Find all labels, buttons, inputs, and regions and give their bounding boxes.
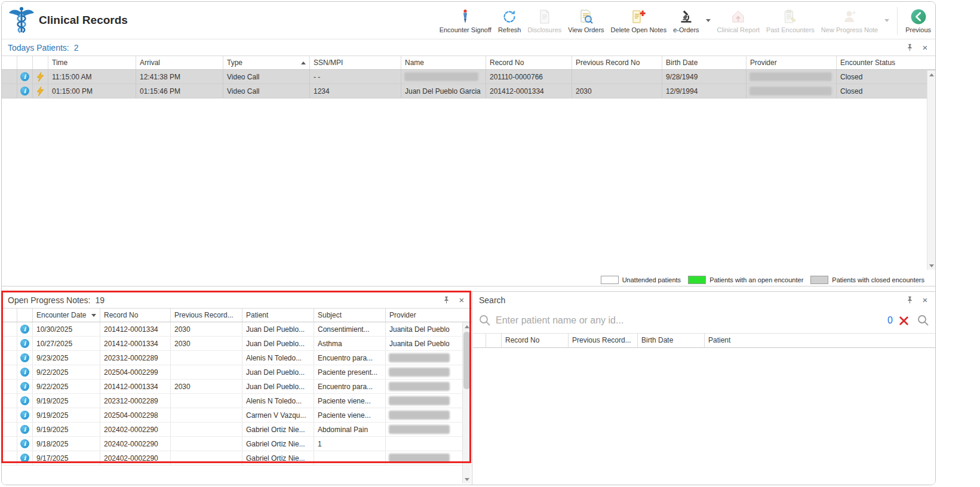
priority-bolt-icon [36,72,44,82]
patient-info-icon[interactable] [20,87,29,95]
e-orders-button[interactable]: e-Orders [672,7,699,35]
open-progress-notes-column-headers: Encounter Date Record No Previous Record… [2,308,472,322]
note-info-icon[interactable] [20,382,29,391]
cell-subject: Abdominal Pain [314,423,386,436]
column-header-info [17,309,33,322]
column-header-previous-record[interactable]: Previous Record... [171,309,242,322]
disclosures-icon [536,8,553,25]
column-header-birth-date[interactable]: Birth Date [662,56,746,69]
todays-patients-scrollbar[interactable] [927,70,935,270]
column-header-encounter-date[interactable]: Encounter Date [33,309,100,322]
column-header-record-no[interactable]: Record No [100,309,171,322]
column-header-subject[interactable]: Subject [314,309,386,322]
note-info-icon[interactable] [20,325,29,334]
scrollbar-thumb[interactable] [463,332,470,389]
note-info-icon[interactable] [20,339,29,348]
progress-note-row[interactable]: 9/22/2025 202504-0002299 Juan Del Pueblo… [2,365,472,380]
column-header-arrival[interactable]: Arrival [136,56,223,69]
disclosures-button[interactable]: Disclosures [527,7,562,35]
delete-open-notes-icon [630,8,647,25]
refresh-button[interactable]: Refresh [497,7,522,35]
search-results-empty-body [473,348,935,473]
execute-search-icon[interactable] [917,315,929,326]
past-encounters-button[interactable]: Past Encounters [766,7,815,35]
cell-previous-record-no: 2030 [572,84,662,98]
cell-provider-redacted [386,394,472,408]
scroll-down-arrow[interactable] [927,261,935,270]
progress-note-row[interactable]: 10/30/2025 201412-0001334 2030 Juan Del … [2,322,472,337]
progress-note-row[interactable]: 9/23/2025 202312-0002289 Alenis N Toledo… [2,351,472,365]
column-header-previous-record[interactable]: Previous Record... [569,334,638,347]
clinical-report-button[interactable]: Clinical Report [717,7,761,35]
cell-time: 11:15:00 AM [48,70,136,84]
open-progress-notes-scrollbar[interactable] [462,322,471,483]
progress-note-row[interactable]: 10/27/2025 201412-0001334 2030 Juan Del … [2,337,472,351]
toolbar-label: View Orders [568,26,604,33]
note-info-icon[interactable] [20,368,29,377]
new-progress-note-button[interactable]: New Progress Note [821,7,878,35]
pin-icon[interactable] [443,296,450,304]
cell-patient: Alenis N Toledo... [242,394,314,408]
close-icon[interactable] [921,296,929,304]
caduceus-logo-icon [8,5,35,36]
note-info-icon[interactable] [20,353,29,362]
column-header-provider[interactable]: Provider [746,56,837,69]
e-orders-dropdown-caret[interactable] [706,19,711,22]
column-header-record-no[interactable]: Record No [486,56,572,69]
note-info-icon[interactable] [20,411,29,420]
pin-icon[interactable] [906,44,914,51]
patient-search-input[interactable] [496,315,881,326]
progress-note-row[interactable]: 9/19/2025 202504-0002298 Carmen V Vazqu.… [2,408,472,423]
patient-row[interactable]: 11:15:00 AM 12:41:38 PM Video Call - - 2… [2,70,935,84]
cell-previous-record [171,423,242,436]
column-header-record-no[interactable]: Record No [502,334,569,347]
scroll-down-arrow[interactable] [463,475,471,483]
toolbar-label: Previous [905,26,931,33]
bottom-area: Open Progress Notes: 19 Encounter Date R… [2,291,935,485]
cell-record-no: 202402-0002290 [100,451,171,465]
cell-provider-redacted [386,380,472,393]
previous-button[interactable]: Previous [905,7,932,35]
note-info-icon[interactable] [20,396,29,405]
screenshot-page: Clinical Records Encounter Signoff [0,0,980,487]
patient-row[interactable]: 01:15:00 PM 01:15:46 PM Video Call 1234 … [2,84,935,98]
column-header-birth-date[interactable]: Birth Date [638,334,705,347]
column-header-encounter-status[interactable]: Encounter Status [837,56,935,69]
progress-note-row[interactable]: 9/22/2025 201412-0001334 2030 Juan Del P… [2,380,472,394]
progress-note-row[interactable]: 9/17/2025 202402-0002290 Gabriel Ortiz N… [2,451,472,466]
cell-subject: Asthma [314,337,386,350]
cell-provider-redacted [386,351,472,365]
delete-open-notes-button[interactable]: Delete Open Notes [610,7,668,35]
progress-note-row[interactable]: 9/18/2025 202402-0002290 Gabriel Ortiz N… [2,437,472,451]
column-header-name[interactable]: Name [401,56,486,69]
new-progress-note-dropdown-caret[interactable] [884,19,889,22]
search-bar: 0 [473,308,935,334]
legend-label: Patients with an open encounter [709,276,803,283]
progress-note-row[interactable]: 9/19/2025 202402-0002290 Gabriel Ortiz N… [2,423,472,437]
view-orders-button[interactable]: View Orders [567,7,604,35]
search-icon [479,315,491,326]
new-progress-note-icon [841,8,858,25]
clear-search-icon[interactable] [899,316,909,326]
encounter-signoff-button[interactable]: Encounter Signoff [439,7,492,35]
progress-note-row[interactable]: 9/19/2025 202312-0002289 Alenis N Toledo… [2,394,472,408]
note-info-icon[interactable] [20,454,29,463]
scroll-up-arrow[interactable] [927,70,935,79]
column-header-previous-record-no[interactable]: Previous Record No [572,56,662,69]
close-icon[interactable] [921,44,929,52]
column-header-patient[interactable]: Patient [705,334,935,347]
patient-info-icon[interactable] [20,72,29,81]
scroll-up-arrow[interactable] [463,322,471,331]
note-info-icon[interactable] [20,425,29,434]
column-header-ssn-mpi[interactable]: SSN/MPI [310,56,401,69]
column-header-patient[interactable]: Patient [242,309,314,322]
note-info-icon[interactable] [20,439,29,448]
column-header-time[interactable]: Time [48,56,136,69]
close-icon[interactable] [457,296,466,304]
column-header-provider[interactable]: Provider [386,309,472,322]
column-header-indicator [2,56,17,69]
pin-icon[interactable] [906,296,914,304]
cell-patient: Gabriel Ortiz Nie... [242,437,314,451]
cell-ssn-mpi: - - [310,70,401,84]
column-header-type[interactable]: Type [223,56,310,69]
